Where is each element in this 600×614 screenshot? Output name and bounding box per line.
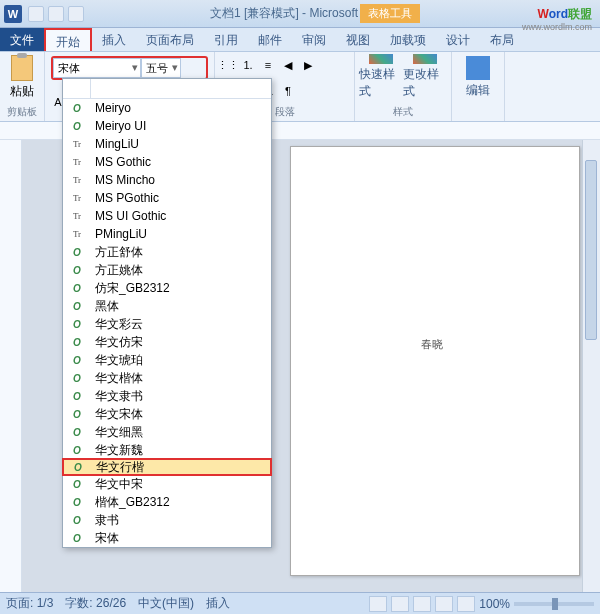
opentype-icon: O: [63, 265, 91, 276]
zoom-level[interactable]: 100%: [479, 597, 510, 611]
redo-button[interactable]: [68, 6, 84, 22]
tab-page-layout[interactable]: 页面布局: [136, 28, 204, 51]
scroll-thumb[interactable]: [585, 160, 597, 340]
font-option-20[interactable]: O华文行楷: [62, 458, 272, 476]
font-controls-highlighted: 宋体 五号: [51, 56, 208, 80]
indent-dec-button[interactable]: ◀: [279, 56, 297, 74]
opentype-icon: O: [63, 427, 91, 438]
font-option-14[interactable]: O华文琥珀: [63, 351, 271, 369]
bullets-button[interactable]: ⋮⋮: [219, 56, 237, 74]
font-option-label: 华文宋体: [91, 406, 271, 423]
font-option-label: 方正舒体: [91, 244, 271, 261]
table-tools-tab[interactable]: 表格工具: [360, 4, 420, 23]
tab-home[interactable]: 开始: [44, 28, 92, 51]
font-option-5[interactable]: TrMS PGothic: [63, 189, 271, 207]
font-option-21[interactable]: O华文中宋: [63, 475, 271, 493]
font-option-15[interactable]: O华文楷体: [63, 369, 271, 387]
view-web-button[interactable]: [413, 596, 431, 612]
status-lang[interactable]: 中文(中国): [138, 595, 194, 612]
font-option-label: MS UI Gothic: [91, 209, 271, 223]
app-icon[interactable]: W: [4, 5, 22, 23]
tab-mailings[interactable]: 邮件: [248, 28, 292, 51]
font-option-label: MS Gothic: [91, 155, 271, 169]
font-option-3[interactable]: TrMS Gothic: [63, 153, 271, 171]
font-option-13[interactable]: O华文仿宋: [63, 333, 271, 351]
font-option-7[interactable]: TrPMingLiU: [63, 225, 271, 243]
font-option-label: Meiryo UI: [91, 119, 271, 133]
tab-references[interactable]: 引用: [204, 28, 248, 51]
font-option-8[interactable]: O方正舒体: [63, 243, 271, 261]
numbering-button[interactable]: 1.: [239, 56, 257, 74]
font-option-22[interactable]: O楷体_GB2312: [63, 493, 271, 511]
opentype-icon: O: [63, 319, 91, 330]
quick-styles-button[interactable]: 快速样式: [359, 54, 403, 100]
quick-access-toolbar: [28, 6, 84, 22]
tab-layout[interactable]: 布局: [480, 28, 524, 51]
undo-button[interactable]: [48, 6, 64, 22]
multilevel-button[interactable]: ≡: [259, 56, 277, 74]
tab-design[interactable]: 设计: [436, 28, 480, 51]
group-styles: 快速样式 更改样式 样式: [355, 52, 452, 121]
vertical-scrollbar[interactable]: [582, 140, 600, 592]
edit-button[interactable]: 编辑: [456, 54, 500, 100]
font-option-label: 宋体: [91, 530, 271, 547]
tab-insert[interactable]: 插入: [92, 28, 136, 51]
status-mode[interactable]: 插入: [206, 595, 230, 612]
tab-file[interactable]: 文件: [0, 28, 44, 51]
truetype-icon: Tr: [63, 193, 91, 203]
tab-review[interactable]: 审阅: [292, 28, 336, 51]
vertical-ruler[interactable]: [0, 140, 22, 592]
font-option-9[interactable]: O方正姚体: [63, 261, 271, 279]
status-page[interactable]: 页面: 1/3: [6, 595, 53, 612]
font-option-0[interactable]: OMeiryo: [63, 99, 271, 117]
tab-addins[interactable]: 加载项: [380, 28, 436, 51]
tab-view[interactable]: 视图: [336, 28, 380, 51]
view-outline-button[interactable]: [435, 596, 453, 612]
font-option-19[interactable]: O华文新魏: [63, 441, 271, 459]
font-option-12[interactable]: O华文彩云: [63, 315, 271, 333]
font-option-23[interactable]: O隶书: [63, 511, 271, 529]
font-option-10[interactable]: O仿宋_GB2312: [63, 279, 271, 297]
font-option-label: MingLiU: [91, 137, 271, 151]
opentype-icon: O: [63, 533, 91, 544]
show-marks-button[interactable]: ¶: [279, 82, 297, 100]
font-option-6[interactable]: TrMS UI Gothic: [63, 207, 271, 225]
font-option-17[interactable]: O华文宋体: [63, 405, 271, 423]
view-print-button[interactable]: [369, 596, 387, 612]
opentype-icon: O: [63, 445, 91, 456]
font-option-4[interactable]: TrMS Mincho: [63, 171, 271, 189]
font-option-18[interactable]: O华文细黑: [63, 423, 271, 441]
status-bar: 页面: 1/3 字数: 26/26 中文(中国) 插入 100%: [0, 592, 600, 614]
paste-button[interactable]: 粘贴: [4, 54, 40, 100]
view-read-button[interactable]: [391, 596, 409, 612]
font-option-label: MS Mincho: [91, 173, 271, 187]
change-styles-icon: [413, 54, 437, 64]
opentype-icon: O: [63, 337, 91, 348]
change-styles-button[interactable]: 更改样式: [403, 54, 447, 100]
zoom-slider[interactable]: [514, 602, 594, 606]
font-option-label: 华文彩云: [91, 316, 271, 333]
find-icon: [466, 56, 490, 80]
font-option-1[interactable]: OMeiryo UI: [63, 117, 271, 135]
font-option-11[interactable]: O黑体: [63, 297, 271, 315]
clipboard-group-label: 剪贴板: [4, 105, 40, 119]
font-option-2[interactable]: TrMingLiU: [63, 135, 271, 153]
brand-url: www.wordlm.com: [522, 22, 592, 32]
font-option-label: 华文细黑: [91, 424, 271, 441]
truetype-icon: Tr: [63, 229, 91, 239]
document-page[interactable]: 春晓: [290, 146, 580, 576]
font-option-label: 华文新魏: [91, 442, 271, 459]
font-option-label: PMingLiU: [91, 227, 271, 241]
font-option-label: Meiryo: [91, 101, 271, 115]
status-words[interactable]: 字数: 26/26: [65, 595, 126, 612]
save-button[interactable]: [28, 6, 44, 22]
font-option-24[interactable]: O宋体: [63, 529, 271, 547]
view-draft-button[interactable]: [457, 596, 475, 612]
document-text[interactable]: 春晓: [421, 337, 443, 352]
opentype-icon: O: [63, 355, 91, 366]
font-name-select[interactable]: 宋体: [53, 58, 141, 78]
opentype-icon: O: [63, 247, 91, 258]
font-size-select[interactable]: 五号: [141, 58, 181, 78]
indent-inc-button[interactable]: ▶: [299, 56, 317, 74]
font-option-16[interactable]: O华文隶书: [63, 387, 271, 405]
